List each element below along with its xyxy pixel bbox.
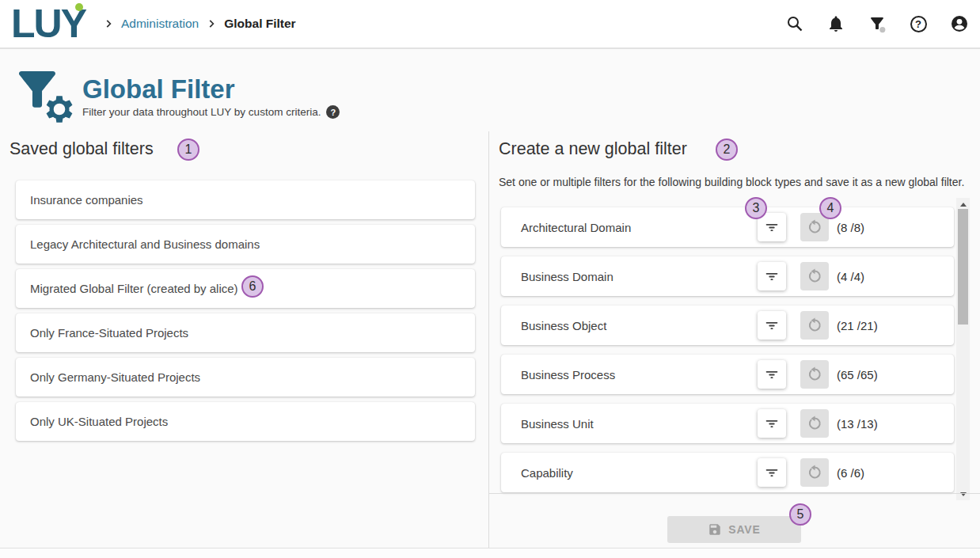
annotation-badge-5: 5 <box>789 503 811 526</box>
page-subtitle-text: Filter your data throughout LUY by custo… <box>82 106 321 118</box>
filter-count: (6 /6) <box>837 466 864 480</box>
panel-divider <box>488 131 489 548</box>
filter-lines-icon <box>763 464 781 481</box>
undo-icon <box>806 366 823 383</box>
annotation-badge-2: 2 <box>716 139 738 161</box>
page-bottom-divider <box>0 548 980 549</box>
save-button[interactable]: SAVE <box>667 516 801 543</box>
saved-filter-item[interactable]: Only UK-Situated Projects <box>16 402 475 441</box>
luy-logo[interactable]: LUY <box>11 1 85 47</box>
chevron-right-icon <box>206 18 217 29</box>
set-filter-button[interactable] <box>758 409 786 438</box>
search-icon[interactable] <box>785 14 804 33</box>
reset-filter-button[interactable] <box>800 360 829 389</box>
help-icon[interactable]: ? <box>909 14 928 33</box>
reset-filter-button[interactable] <box>800 311 829 340</box>
building-block-row: Business Process(65 /65) <box>501 355 954 394</box>
global-filter-page-icon <box>11 63 82 130</box>
undo-icon <box>806 268 823 285</box>
filter-count: (8 /8) <box>837 221 864 234</box>
filter-lines-icon <box>763 366 781 383</box>
save-floppy-icon <box>708 522 722 537</box>
help-glyph: ? <box>915 18 921 30</box>
subtitle-help-icon[interactable]: ? <box>326 105 340 119</box>
reset-filter-button[interactable] <box>800 458 829 487</box>
breadcrumb: Administration Global Filter <box>103 17 296 31</box>
set-filter-button[interactable] <box>758 360 786 389</box>
saved-filter-label: Migrated Global Filter (created by alice… <box>30 282 238 295</box>
saved-filter-label: Only France-Situated Projects <box>30 326 188 340</box>
building-block-label: Capability <box>521 466 573 480</box>
create-filter-heading: Create a new global filter <box>499 139 687 159</box>
annotation-badge-6: 6 <box>241 275 264 298</box>
create-filter-description: Set one or multiple filters for the foll… <box>499 176 964 188</box>
saved-filters-list: Insurance companiesLegacy Architectural … <box>16 180 475 441</box>
annotation-badge-3: 3 <box>745 197 767 219</box>
subtitle-help-glyph: ? <box>331 108 336 117</box>
building-block-row: Business Object(21 /21) <box>501 306 954 345</box>
page-title: Global Filter <box>82 75 235 104</box>
topbar-icon-group: ? <box>785 14 969 33</box>
saved-filter-item[interactable]: Insurance companies <box>16 180 475 219</box>
building-block-row: Business Unit(13 /13) <box>501 404 954 443</box>
reset-filter-button[interactable] <box>800 262 829 290</box>
top-bar: LUY Administration Global Filter <box>0 0 980 49</box>
reset-filter-button[interactable] <box>800 409 829 438</box>
undo-icon <box>806 218 823 236</box>
set-filter-button[interactable] <box>758 262 786 290</box>
scrollbar-down-button[interactable] <box>956 489 970 499</box>
scrollbar-up-button[interactable] <box>956 199 970 209</box>
save-area-divider <box>489 493 980 494</box>
building-block-row: Architectural Domain(8 /8) <box>501 207 954 247</box>
chevron-right-icon <box>103 18 114 29</box>
gear-icon <box>42 92 77 127</box>
saved-filter-item[interactable]: Only Germany-Situated Projects <box>16 358 475 397</box>
account-icon[interactable] <box>950 14 969 33</box>
annotation-badge-4: 4 <box>819 197 841 219</box>
undo-icon <box>806 415 823 432</box>
building-block-label: Architectural Domain <box>521 221 631 234</box>
saved-filter-label: Only Germany-Situated Projects <box>30 370 200 384</box>
notifications-bell-icon[interactable] <box>826 14 845 33</box>
set-filter-button[interactable] <box>758 458 786 487</box>
saved-filter-label: Only UK-Situated Projects <box>30 415 168 428</box>
set-filter-button[interactable] <box>758 311 786 340</box>
breadcrumb-administration[interactable]: Administration <box>121 17 199 31</box>
saved-filter-item[interactable]: Legacy Architectural and Business domain… <box>16 225 475 264</box>
breadcrumb-global-filter: Global Filter <box>224 17 295 31</box>
saved-filter-label: Insurance companies <box>30 193 143 207</box>
building-block-row: Capability(6 /6) <box>501 453 954 492</box>
filter-count: (21 /21) <box>837 319 878 332</box>
undo-icon <box>806 317 823 334</box>
building-block-label: Business Object <box>521 319 606 332</box>
building-block-label: Business Domain <box>521 270 613 283</box>
building-block-label: Business Unit <box>521 417 594 431</box>
filter-lines-icon <box>763 415 781 432</box>
logo-green-dot-icon <box>75 3 83 11</box>
saved-filter-item[interactable]: Only France-Situated Projects <box>16 313 475 352</box>
luy-logo-text: LUY <box>11 2 85 46</box>
building-block-label: Business Process <box>521 368 615 381</box>
filter-count: (65 /65) <box>837 368 878 381</box>
scrollbar-thumb[interactable] <box>958 209 968 325</box>
global-filter-funnel-icon[interactable] <box>868 14 887 33</box>
filter-lines-icon <box>763 317 781 334</box>
building-block-list: Architectural Domain(8 /8)Business Domai… <box>501 207 954 492</box>
saved-filters-heading: Saved global filters <box>9 139 154 159</box>
page-subtitle: Filter your data throughout LUY by custo… <box>82 105 340 119</box>
building-block-row: Business Domain(4 /4) <box>501 256 954 296</box>
save-button-label: SAVE <box>728 523 760 536</box>
filter-count: (4 /4) <box>837 270 864 283</box>
filter-lines-icon <box>763 218 781 236</box>
undo-icon <box>806 464 823 481</box>
filter-count: (13 /13) <box>837 417 878 431</box>
filter-lines-icon <box>763 268 781 285</box>
scrollbar-track[interactable] <box>956 198 970 500</box>
annotation-badge-1: 1 <box>177 139 199 161</box>
saved-filter-label: Legacy Architectural and Business domain… <box>30 237 260 251</box>
